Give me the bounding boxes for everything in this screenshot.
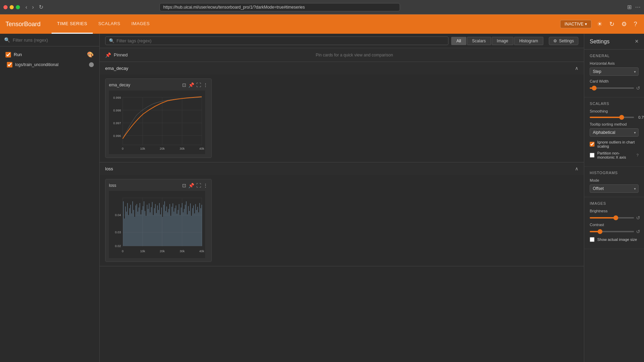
tab-scalars[interactable]: Scalars: [467, 37, 491, 45]
settings-gear-icon: ⚙: [553, 39, 557, 43]
settings-close-button[interactable]: ×: [635, 38, 639, 45]
contrast-reset-button[interactable]: ↺: [636, 229, 640, 234]
pin-card-icon[interactable]: 📌: [188, 82, 194, 88]
section-ema-decay-header[interactable]: ema_decay ∧: [100, 62, 584, 74]
chart-card-loss-actions: ⊡ 📌 ⛶ ⋮: [182, 183, 208, 188]
settings-panel: Settings × GENERAL Horizontal Axis Step …: [584, 34, 644, 362]
partition-help-icon[interactable]: ?: [636, 153, 639, 157]
tab-images[interactable]: IMAGES: [126, 14, 155, 34]
pinned-section: 📌 Pinned Pin cards for a quick view and …: [100, 48, 584, 62]
tooltip-sort-select-wrapper: Alphabetical Ascending Descending None: [590, 128, 639, 137]
chart-card-ema-decay-title: ema_decay: [109, 83, 182, 87]
sidebar: 🔍 Run 🎨 logs/train_unconditional: [0, 34, 100, 362]
svg-text:0.999: 0.999: [113, 96, 121, 99]
tab-all[interactable]: All: [451, 37, 466, 45]
expand-image-icon[interactable]: ⊡: [182, 82, 186, 88]
tab-time-series[interactable]: TIME SERIES: [52, 14, 93, 34]
ignore-outliers-row: Ignore outliers in chart scaling: [590, 140, 639, 148]
section-ema-decay-body: ema_decay ⊡ 📌 ⛶ ⋮: [100, 74, 584, 162]
card-width-slider-row: ↺: [590, 85, 639, 91]
histogram-mode-select-wrapper: Offset Overlay: [590, 184, 639, 193]
refresh-button[interactable]: ↻: [608, 19, 616, 29]
main-layout: 🔍 Run 🎨 logs/train_unconditional 🔍: [0, 34, 644, 362]
card-width-reset-button[interactable]: ↺: [636, 85, 640, 91]
help-button[interactable]: ?: [632, 19, 639, 29]
filter-tags-input[interactable]: [116, 38, 445, 43]
partition-nonmonotonic-row: Partition non-monotonic X axis ?: [590, 151, 639, 159]
run-item-label: logs/train_unconditional: [15, 62, 86, 67]
more-options-icon[interactable]: ⋮: [203, 82, 208, 88]
show-actual-size-label: Show actual image size: [597, 237, 639, 242]
content-area: 🔍 All Scalars Image Histogram ⚙ Settings…: [100, 34, 584, 362]
filter-tags-wrap: 🔍: [105, 36, 448, 45]
minimize-window-dot[interactable]: [10, 5, 14, 9]
svg-text:20k: 20k: [160, 249, 165, 253]
section-loss-header[interactable]: loss ∧: [100, 162, 584, 175]
run-header: Run 🎨: [4, 49, 95, 60]
settings-scalars-section: SCALARS Smoothing 0.75 Tooltip sorting m…: [584, 97, 644, 167]
settings-scalars-title: SCALARS: [590, 102, 639, 106]
settings-panel-title: Settings: [590, 39, 635, 45]
run-all-checkbox[interactable]: [5, 52, 11, 57]
contrast-slider-row: ↺: [590, 229, 639, 234]
settings-histograms-section: HISTOGRAMS Mode Offset Overlay: [584, 167, 644, 197]
pin-icon: 📌: [105, 52, 111, 58]
brightness-label: Brightness: [590, 209, 639, 213]
card-width-slider[interactable]: [590, 87, 634, 89]
fullscreen-icon-loss[interactable]: ⛶: [196, 183, 201, 188]
window-controls: [3, 5, 20, 9]
app-logo: TensorBoard: [5, 21, 41, 28]
reload-button[interactable]: ↻: [37, 3, 45, 11]
extensions-icon[interactable]: ⊞: [627, 4, 632, 10]
settings-panel-header: Settings ×: [584, 34, 644, 50]
section-ema-decay-chevron: ∧: [575, 65, 578, 71]
filter-search-icon: 🔍: [109, 38, 114, 43]
ema-decay-chart: 0.999 0.998 0.997 0.996 0 10k 20k 30k 40…: [109, 90, 205, 154]
settings-histograms-title: HISTOGRAMS: [590, 171, 639, 175]
toolbar-right: INACTIVE ▾ ☀ ↻ ⚙ ?: [560, 19, 639, 29]
histogram-mode-select[interactable]: Offset Overlay: [590, 184, 639, 193]
close-window-dot[interactable]: [3, 5, 8, 9]
content-tabs: All Scalars Image Histogram: [451, 37, 543, 45]
brightness-reset-button[interactable]: ↺: [636, 215, 640, 221]
chart-card-loss: loss ⊡ 📌 ⛶ ⋮: [105, 179, 212, 262]
filter-runs-input[interactable]: [13, 38, 95, 43]
svg-text:0: 0: [122, 147, 123, 150]
brightness-slider[interactable]: [590, 217, 634, 219]
tab-image[interactable]: Image: [492, 37, 513, 45]
run-item-checkbox[interactable]: [7, 62, 12, 67]
back-button[interactable]: ‹: [24, 3, 29, 11]
tooltip-sort-label: Tooltip sorting method: [590, 122, 639, 126]
inactive-label: INACTIVE: [565, 22, 584, 26]
ignore-outliers-checkbox[interactable]: [590, 142, 595, 147]
tab-scalars[interactable]: SCALARS: [93, 14, 126, 34]
maximize-window-dot[interactable]: [16, 5, 20, 9]
svg-rect-0: [109, 90, 205, 154]
chart-card-ema-decay-header: ema_decay ⊡ 📌 ⛶ ⋮: [109, 82, 208, 88]
ignore-outliers-label: Ignore outliers in chart scaling: [597, 140, 639, 148]
more-options-icon-loss[interactable]: ⋮: [203, 183, 208, 188]
tooltip-sort-select[interactable]: Alphabetical Ascending Descending None: [590, 128, 639, 137]
brightness-slider-row: ↺: [590, 215, 639, 221]
horizontal-axis-select[interactable]: Step Relative Wall: [590, 67, 639, 76]
contrast-slider[interactable]: [590, 231, 634, 232]
palette-button[interactable]: 🎨: [87, 51, 94, 58]
forward-button[interactable]: ›: [31, 3, 35, 11]
section-loss-title: loss: [105, 166, 113, 171]
dropdown-arrow-icon: ▾: [585, 22, 587, 26]
settings-button[interactable]: ⚙ Settings: [549, 37, 578, 45]
settings-icon-button[interactable]: ⚙: [620, 19, 628, 29]
url-bar[interactable]: https://hub.uicai.ml/user/ecwu/tensorboa…: [159, 3, 400, 11]
inactive-dropdown-button[interactable]: INACTIVE ▾: [560, 20, 591, 28]
tab-histogram[interactable]: Histogram: [514, 37, 543, 45]
smoothing-slider[interactable]: [590, 117, 634, 118]
show-actual-size-checkbox[interactable]: [590, 237, 595, 242]
more-menu-icon[interactable]: ⋯: [635, 4, 641, 10]
contrast-label: Contrast: [590, 223, 639, 227]
theme-toggle-button[interactable]: ☀: [596, 19, 604, 29]
partition-nonmonotonic-checkbox[interactable]: [590, 153, 595, 158]
expand-image-icon-loss[interactable]: ⊡: [182, 183, 186, 188]
fullscreen-icon[interactable]: ⛶: [196, 82, 201, 88]
pin-card-icon-loss[interactable]: 📌: [188, 183, 194, 188]
svg-text:30k: 30k: [180, 147, 185, 150]
